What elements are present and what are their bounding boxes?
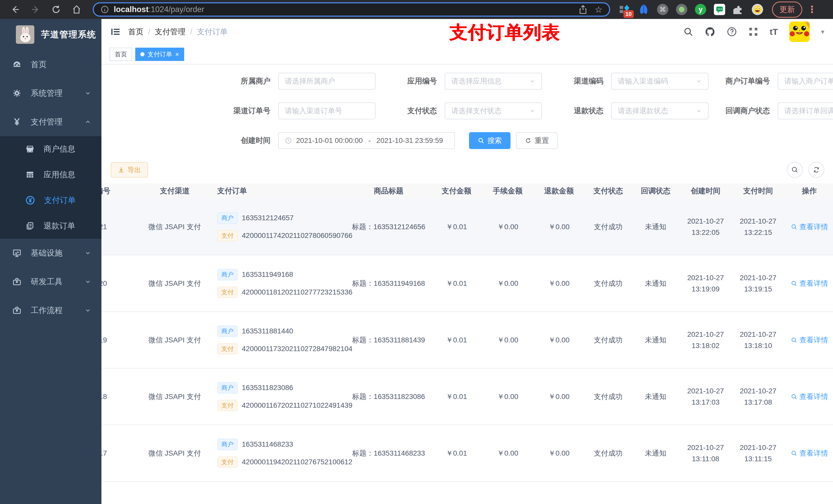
user-avatar[interactable] [789, 22, 810, 42]
sidebar-item-payment[interactable]: 支付管理 [0, 107, 101, 136]
tab-label: 首页 [115, 50, 127, 58]
cell-create-time: 2021-10-2713:11:08 [679, 442, 732, 464]
refresh-table-button[interactable] [808, 162, 824, 178]
address-bar[interactable]: localhost:1024/pay/order ☆ [93, 2, 610, 17]
filter-label: 应用编号 [382, 76, 445, 86]
browser-update-button[interactable]: 更新 [772, 2, 802, 18]
spinnaker-icon [639, 4, 649, 15]
extension-recorder-icon[interactable] [676, 4, 688, 15]
extension-yudao-icon[interactable]: y [695, 4, 707, 15]
sidebar-item-label: 首页 [31, 59, 47, 70]
bookmark-star-icon[interactable]: ☆ [595, 5, 602, 14]
channel-code-select[interactable]: 请输入渠道编码 [611, 73, 709, 90]
callback-status-select[interactable]: 请选择订单回调商户状态 [778, 102, 833, 119]
table-row[interactable]: 商户1635311051726 [101, 482, 833, 504]
cell-create-time: 2021-10-2713:18:02 [679, 329, 732, 351]
sidebar-item-dev-tools[interactable]: 研发工具 [0, 267, 101, 296]
shop-icon [26, 145, 34, 153]
breadcrumb-home[interactable]: 首页 [128, 27, 143, 37]
tab-pay-order[interactable]: 支付订单 × [135, 48, 184, 61]
header-fontsize-button[interactable]: tT [770, 27, 778, 37]
extension-modules-icon[interactable]: 10 [619, 4, 630, 15]
tab-close-icon[interactable]: × [175, 51, 179, 57]
table-row[interactable]: 19 微信 JSAPI 支付 商户1635311881440 支付4200001… [101, 312, 833, 368]
app-no-select[interactable]: 请选择应用信息 [445, 73, 542, 90]
search-icon [791, 166, 799, 174]
toggle-search-button[interactable] [787, 162, 803, 178]
sidebar-item-home[interactable]: 首页 [0, 50, 101, 79]
cell-pay-time: 2021-10-2713:22:15 [732, 216, 784, 238]
header-github-button[interactable] [705, 26, 715, 37]
browser-profile-avatar[interactable] [752, 4, 763, 15]
pay-tag: 支付 [217, 230, 238, 241]
sidebar-item-merchant-info[interactable]: 商户信息 [0, 136, 101, 162]
sidebar-item-infrastructure[interactable]: 基础设施 [0, 239, 101, 267]
header-help-button[interactable] [727, 27, 737, 37]
filter-refund-status: 退款状态 请选择退款状态 [548, 102, 709, 119]
refresh-icon [812, 166, 820, 174]
filter-label: 支付状态 [382, 106, 445, 116]
browser-menu-dots-icon[interactable]: ⋮ [807, 4, 817, 15]
header-fullscreen-button[interactable] [748, 27, 759, 37]
extension-spinnaker-icon[interactable] [638, 4, 649, 15]
sidebar-item-refund-order[interactable]: 退款订单 [0, 213, 101, 239]
table-grid-icon [26, 170, 34, 179]
owner-merchant-select[interactable]: 请选择所属商户 [278, 73, 376, 90]
search-button[interactable]: 搜索 [469, 132, 510, 149]
col-header-id: 编号 [101, 186, 136, 196]
channel-order-no-input[interactable]: 请输入渠道订单号 [278, 102, 376, 119]
browser-forward-button[interactable] [27, 2, 44, 17]
table-row[interactable]: 21 微信 JSAPI 支付 商户1635312124657 支付4200001… [101, 199, 833, 255]
merchant-order-no-input[interactable]: 请输入商户订单编号 [778, 73, 833, 90]
breadcrumb-parent[interactable]: 支付管理 [155, 27, 186, 37]
browser-back-button[interactable] [7, 2, 24, 17]
table-row[interactable]: 17 微信 JSAPI 支付 商户1635311468233 支付4200001… [101, 425, 833, 482]
cell-channel: 微信 JSAPI 支付 [136, 222, 213, 232]
cell-pay-status: 支付成功 [585, 335, 632, 345]
sidebar-item-workflow[interactable]: 工作流程 [0, 296, 101, 325]
placeholder: 请输入渠道编码 [618, 76, 693, 86]
pay-order-no: 4200001167202110271022491439 [242, 401, 353, 409]
placeholder: 请输入商户订单编号 [784, 76, 833, 86]
sidebar-item-label: 退款订单 [44, 220, 75, 231]
view-detail-link[interactable]: 查看详情 [791, 335, 828, 345]
reset-button[interactable]: 重置 [516, 132, 557, 149]
merchant-order-no: 1635311823086 [242, 384, 293, 392]
sidebar-item-system[interactable]: 系统管理 [0, 79, 101, 107]
cell-order: 商户1635311949168 支付4200001181202110277723… [213, 269, 346, 298]
avatar-caret-icon[interactable]: ▾ [821, 28, 824, 36]
cell-notify-status: 未通知 [632, 335, 679, 345]
extensions-puzzle-button[interactable] [733, 4, 744, 15]
sidebar-item-app-info[interactable]: 应用信息 [0, 162, 101, 188]
site-info-icon[interactable] [100, 5, 109, 14]
sidebar-item-label: 系统管理 [31, 88, 63, 99]
cell-amount: ￥0.01 [431, 279, 482, 288]
extension-chat-icon[interactable] [714, 4, 725, 15]
browser-reload-button[interactable] [48, 2, 65, 17]
extension-command-icon[interactable]: ⌘ [657, 4, 669, 15]
create-time-range-picker[interactable]: 2021-10-01 00:00:00 - 2021-10-31 23:59:5… [278, 132, 455, 149]
sidebar-collapse-button[interactable] [110, 26, 121, 37]
cell-notify-status: 未通知 [632, 222, 679, 232]
tab-home[interactable]: 首页 [110, 48, 132, 61]
chat-bubble-icon [716, 6, 723, 13]
table-row[interactable]: 18 微信 JSAPI 支付 商户1635311823086 支付4200001… [101, 368, 833, 425]
table-row[interactable]: 20 微信 JSAPI 支付 商户1635311949168 支付4200001… [101, 255, 833, 312]
col-header-create-time: 创建时间 [679, 186, 732, 196]
browser-home-button[interactable] [68, 2, 85, 17]
view-detail-link[interactable]: 查看详情 [791, 279, 828, 288]
export-button[interactable]: 导出 [111, 162, 148, 177]
view-detail-link[interactable]: 查看详情 [791, 222, 828, 232]
cell-title: 标题：1635311468233 [346, 449, 431, 458]
cell-order: 商户1635311468233 支付4200001194202110276752… [213, 439, 346, 468]
share-icon[interactable] [579, 5, 587, 14]
merchant-tag: 商户 [217, 269, 238, 281]
view-detail-link[interactable]: 查看详情 [791, 392, 828, 402]
refund-status-select[interactable]: 请选择退款状态 [611, 102, 709, 119]
sidebar-logo[interactable]: 芋道管理系统 [0, 19, 101, 50]
sidebar-payment-submenu: 商户信息 应用信息 支付订单 退款订单 [0, 136, 101, 239]
pay-status-select[interactable]: 请选择支付状态 [445, 102, 542, 119]
header-search-button[interactable] [683, 27, 693, 37]
sidebar-item-pay-order[interactable]: 支付订单 [0, 188, 101, 213]
view-detail-link[interactable]: 查看详情 [791, 449, 828, 458]
